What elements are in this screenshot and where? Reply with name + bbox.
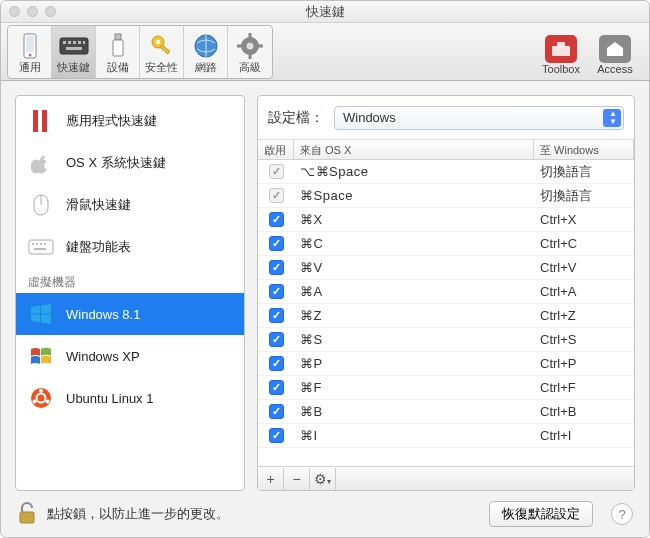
enable-checkbox[interactable]: ✓ [269, 356, 284, 371]
svg-rect-22 [552, 46, 570, 56]
svg-rect-9 [66, 47, 82, 50]
enable-checkbox[interactable]: ✓ [269, 308, 284, 323]
sidebar-app-shortcuts[interactable]: 應用程式快速鍵 [16, 100, 244, 142]
right-pane: 設定檔： Windows ▲▼ 啟用 來自 OS X 至 Windows ✓⌥⌘… [257, 95, 635, 491]
svg-rect-8 [83, 41, 85, 44]
shortcut-from: ⌘I [294, 428, 534, 443]
enable-checkbox[interactable]: ✓ [269, 404, 284, 419]
enable-checkbox[interactable]: ✓ [269, 380, 284, 395]
enable-checkbox[interactable]: ✓ [269, 212, 284, 227]
table-row[interactable]: ✓⌘PCtrl+P [258, 352, 634, 376]
titlebar: 快速鍵 [1, 1, 649, 23]
shortcut-to: Ctrl+S [534, 332, 634, 347]
svg-rect-7 [78, 41, 81, 44]
help-button[interactable]: ? [611, 503, 633, 525]
close-dot[interactable] [9, 6, 20, 17]
table-row[interactable]: ✓⌘Space切換語言 [258, 184, 634, 208]
toolbar-security[interactable]: 安全性 [140, 26, 184, 78]
shortcut-from: ⌘S [294, 332, 534, 347]
col-enable[interactable]: 啟用 [258, 140, 294, 159]
add-button[interactable]: + [258, 468, 284, 490]
svg-rect-31 [40, 243, 42, 245]
table-row[interactable]: ✓⌥⌘Space切換語言 [258, 160, 634, 184]
table-row[interactable]: ✓⌘FCtrl+F [258, 376, 634, 400]
table-row[interactable]: ✓⌘XCtrl+X [258, 208, 634, 232]
col-from[interactable]: 來自 OS X [294, 140, 534, 159]
enable-checkbox: ✓ [269, 164, 284, 179]
profile-select[interactable]: Windows ▲▼ [334, 106, 624, 130]
shortcut-from: ⌘Space [294, 188, 534, 203]
shortcut-from: ⌘Z [294, 308, 534, 323]
svg-rect-28 [29, 240, 53, 254]
restore-defaults-button[interactable]: 恢復默認設定 [489, 501, 593, 527]
minimize-dot[interactable] [27, 6, 38, 17]
svg-rect-10 [115, 34, 121, 40]
svg-rect-32 [44, 243, 46, 245]
shortcuts-table[interactable]: 啟用 來自 OS X 至 Windows ✓⌥⌘Space切換語言✓⌘Space… [258, 140, 634, 466]
shortcut-to: Ctrl+C [534, 236, 634, 251]
sidebar-osx-shortcuts[interactable]: OS X 系統快速鍵 [16, 142, 244, 184]
toolbar-advanced[interactable]: 高級 [228, 26, 272, 78]
shortcut-to: Ctrl+A [534, 284, 634, 299]
shortcut-to: 切換語言 [534, 163, 634, 181]
apple-icon [28, 150, 54, 176]
gear-button[interactable]: ⚙▾ [310, 468, 336, 490]
remove-button[interactable]: − [284, 468, 310, 490]
table-row[interactable]: ✓⌘ACtrl+A [258, 280, 634, 304]
svg-rect-6 [73, 41, 76, 44]
key-icon [146, 32, 178, 60]
table-row[interactable]: ✓⌘ICtrl+I [258, 424, 634, 448]
enable-checkbox: ✓ [269, 188, 284, 203]
shortcut-from: ⌘C [294, 236, 534, 251]
lock-icon[interactable] [17, 501, 37, 528]
svg-point-13 [155, 39, 159, 43]
svg-rect-18 [249, 33, 252, 38]
shortcut-from: ⌘F [294, 380, 534, 395]
svg-rect-3 [60, 38, 88, 54]
enable-checkbox[interactable]: ✓ [269, 236, 284, 251]
shortcut-from: ⌘X [294, 212, 534, 227]
table-row[interactable]: ✓⌘ZCtrl+Z [258, 304, 634, 328]
zoom-dot[interactable] [45, 6, 56, 17]
ubuntu-icon [28, 385, 54, 411]
sidebar-mouse-shortcuts[interactable]: 滑鼠快速鍵 [16, 184, 244, 226]
usb-icon [102, 32, 134, 60]
table-row[interactable]: ✓⌘VCtrl+V [258, 256, 634, 280]
chevron-updown-icon: ▲▼ [609, 110, 617, 126]
enable-checkbox[interactable]: ✓ [269, 428, 284, 443]
toolbar-segment: 通用 快速鍵 設備 安全性 [7, 25, 273, 79]
toolbar-access[interactable]: Access [591, 26, 639, 78]
keyboard-small-icon [28, 234, 54, 260]
enable-checkbox[interactable]: ✓ [269, 260, 284, 275]
toolbar-shortcuts[interactable]: 快速鍵 [52, 26, 96, 78]
sidebar-vm-win81[interactable]: Windows 8.1 [16, 293, 244, 335]
gear-small-icon: ⚙ [314, 471, 327, 487]
svg-point-42 [46, 400, 50, 404]
table-row[interactable]: ✓⌘CCtrl+C [258, 232, 634, 256]
sidebar-vm-ubuntu[interactable]: Ubuntu Linux 1 [16, 377, 244, 419]
svg-marker-34 [31, 306, 40, 314]
sidebar-vm-winxp[interactable]: Windows XP [16, 335, 244, 377]
sidebar-keyboard-menu[interactable]: 鍵盤功能表 [16, 226, 244, 268]
col-to[interactable]: 至 Windows [534, 140, 634, 159]
svg-point-40 [39, 389, 43, 393]
windows-icon [28, 301, 54, 327]
enable-checkbox[interactable]: ✓ [269, 284, 284, 299]
toolbar-toolbox[interactable]: Toolbox [537, 26, 585, 78]
toolbar-devices[interactable]: 設備 [96, 26, 140, 78]
svg-rect-25 [42, 110, 47, 132]
svg-rect-5 [68, 41, 71, 44]
table-row[interactable]: ✓⌘BCtrl+B [258, 400, 634, 424]
svg-rect-19 [249, 54, 252, 59]
svg-rect-24 [33, 110, 38, 132]
table-row[interactable]: ✓⌘SCtrl+S [258, 328, 634, 352]
svg-rect-33 [34, 248, 46, 250]
toolbar-network[interactable]: 網路 [184, 26, 228, 78]
shortcut-to: Ctrl+X [534, 212, 634, 227]
window-traffic-lights [9, 6, 56, 17]
svg-rect-30 [36, 243, 38, 245]
enable-checkbox[interactable]: ✓ [269, 332, 284, 347]
toolbar-general[interactable]: 通用 [8, 26, 52, 78]
svg-rect-4 [63, 41, 66, 44]
windows-xp-icon [28, 343, 54, 369]
